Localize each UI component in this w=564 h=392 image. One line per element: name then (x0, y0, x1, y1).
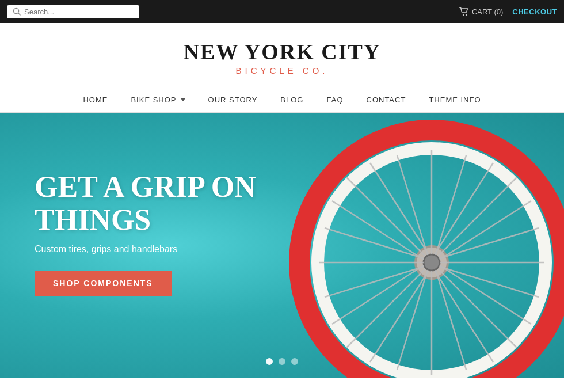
nav-faq[interactable]: FAQ (315, 87, 355, 112)
search-input[interactable] (24, 7, 134, 16)
top-bar-right: CART (0) CHECKOUT (459, 7, 557, 16)
site-header: NEW YORK CITY BICYCLE CO. (0, 23, 564, 87)
hero-subtitle: Custom tires, grips and handlebars (35, 244, 276, 254)
top-bar: CART (0) CHECKOUT (0, 0, 564, 23)
cart-link[interactable]: CART (0) (459, 7, 503, 16)
svg-line-17 (436, 270, 466, 370)
dot-1[interactable] (266, 358, 273, 365)
nav-contact[interactable]: CONTACT (355, 87, 418, 112)
brand-name: NEW YORK CITY (0, 39, 564, 64)
cart-icon (459, 7, 469, 16)
search-wrapper[interactable] (7, 5, 139, 18)
svg-line-21 (439, 267, 539, 297)
nav-home[interactable]: HOME (71, 87, 119, 112)
checkout-link[interactable]: CHECKOUT (512, 7, 557, 16)
shop-components-button[interactable]: SHOP COMPONENTS (35, 271, 172, 296)
svg-line-15 (346, 269, 425, 348)
cart-label: CART (0) (472, 7, 503, 16)
svg-line-16 (397, 155, 428, 255)
brand-sub: BICYCLE CO. (0, 66, 564, 75)
dot-3[interactable] (291, 358, 298, 365)
svg-line-27 (440, 201, 531, 260)
svg-point-3 (466, 14, 467, 16)
svg-line-20 (325, 228, 424, 258)
svg-line-25 (435, 271, 493, 362)
svg-point-7 (424, 254, 440, 271)
svg-line-31 (435, 163, 493, 254)
svg-line-13 (438, 269, 517, 348)
svg-line-24 (370, 163, 429, 254)
svg-line-14 (438, 177, 517, 256)
svg-line-30 (370, 271, 429, 362)
dot-2[interactable] (279, 358, 285, 365)
svg-line-12 (346, 177, 425, 256)
hero-content: GET A GRIP ON THINGS Custom tires, grips… (35, 170, 276, 296)
svg-line-26 (332, 265, 424, 324)
hero-section: GET A GRIP ON THINGS Custom tires, grips… (0, 113, 564, 378)
hero-title: GET A GRIP ON THINGS (35, 170, 276, 236)
svg-point-2 (463, 14, 464, 16)
nav-bike-shop[interactable]: BIKE SHOP (119, 87, 196, 112)
svg-line-1 (18, 13, 21, 16)
main-nav: HOME BIKE SHOP OUR STORY BLOG FAQ CONTAC… (0, 87, 564, 113)
svg-line-19 (439, 228, 539, 258)
nav-our-story[interactable]: OUR STORY (197, 87, 269, 112)
svg-line-18 (325, 267, 424, 297)
svg-line-29 (440, 265, 531, 324)
chevron-down-icon (181, 98, 185, 101)
search-icon (13, 7, 21, 16)
svg-line-28 (332, 201, 424, 260)
svg-line-23 (436, 155, 466, 255)
nav-blog[interactable]: BLOG (269, 87, 315, 112)
wheel-graphic (282, 113, 564, 378)
svg-line-22 (397, 270, 428, 370)
nav-theme-info[interactable]: THEME INFO (417, 87, 492, 112)
hero-dots (266, 358, 298, 365)
